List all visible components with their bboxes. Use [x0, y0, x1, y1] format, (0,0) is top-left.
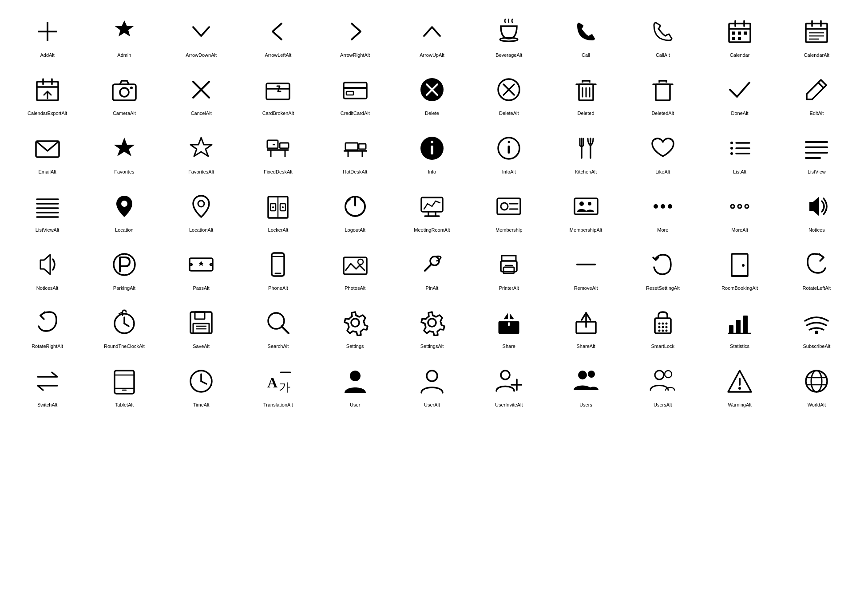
svg-line-47 [818, 83, 824, 88]
settings-alt-icon [416, 307, 448, 339]
list-view-alt-icon [32, 190, 63, 222]
icon-label: Call [582, 52, 590, 58]
icon-cell-hotdeskalt: HotDeskAlt [317, 126, 393, 179]
world-alt-icon [801, 365, 832, 397]
svg-rect-162 [743, 316, 748, 333]
icon-label: NoticesAlt [36, 285, 59, 291]
svg-point-110 [668, 204, 672, 209]
icon-cell-translationalt: A 가 TranslationAlt [240, 359, 317, 412]
icon-label: PrinterAlt [499, 285, 519, 291]
svg-rect-105 [575, 198, 598, 214]
icon-cell-pinalt: PinAlt [393, 242, 470, 296]
svg-point-132 [742, 264, 745, 267]
icon-label: RoundTheClockAlt [104, 343, 145, 349]
svg-point-26 [130, 87, 133, 89]
icon-cell-callalt: CallAlt [624, 9, 701, 63]
delete-alt-icon [493, 74, 525, 106]
icon-cell-listalt: ListAlt [701, 126, 778, 179]
icon-label: EditAlt [809, 110, 824, 116]
share-icon [493, 307, 525, 339]
pass-alt-icon [185, 249, 217, 280]
icon-label: ListView [808, 169, 826, 175]
icon-cell-searchalt: SearchAlt [240, 300, 317, 354]
icon-cell-subscribealt: SubscribeAlt [778, 300, 855, 354]
svg-point-111 [731, 205, 734, 208]
svg-point-180 [578, 371, 587, 379]
list-view-icon [801, 132, 832, 164]
icon-cell-lockeralt: LockerAlt [240, 184, 317, 237]
icon-cell-calendarexportalt: CalendarExportAlt [9, 67, 86, 121]
icon-cell-printeralt: PrinterAlt [471, 242, 547, 296]
icon-label: ArrowRightAlt [340, 52, 370, 58]
icon-label: Statistics [730, 343, 749, 349]
icon-label: Info [428, 169, 436, 175]
icon-label: LogoutAlt [345, 227, 365, 233]
icon-label: Settings [346, 343, 364, 349]
icon-label: UsersAlt [654, 402, 672, 408]
location-icon [108, 190, 140, 222]
svg-rect-9 [744, 32, 747, 35]
delete-icon [416, 74, 448, 106]
translation-alt-icon: A 가 [262, 365, 294, 397]
phone-alt-icon [262, 249, 294, 280]
icon-cell-tabletalt: TabletAlt [86, 359, 162, 412]
svg-rect-68 [508, 146, 510, 154]
hot-desk-alt-icon [339, 132, 371, 164]
list-alt-icon [724, 132, 756, 164]
icon-label: CallAlt [656, 52, 670, 58]
like-alt-icon [647, 132, 679, 164]
icon-cell-locationalt: LocationAlt [163, 184, 240, 237]
svg-rect-65 [431, 146, 433, 154]
icon-label: UserInviteAlt [495, 402, 523, 408]
icon-cell-favorites: Favorites [86, 126, 162, 179]
svg-point-177 [501, 371, 510, 379]
icon-label: MoreAlt [731, 227, 748, 233]
icon-cell-deletealt: DeleteAlt [471, 67, 547, 121]
svg-point-93 [272, 206, 274, 208]
icon-label: DeleteAlt [499, 110, 519, 116]
icon-cell-membership: Membership [471, 184, 547, 237]
icon-cell-share: Share [471, 300, 547, 354]
icon-cell-notices: Notices [778, 184, 855, 237]
icon-cell-cancelalt: CancelAlt [163, 67, 240, 121]
icon-cell-membershipalt: MembershipAlt [547, 184, 624, 237]
icon-label: RotateLeftAlt [803, 285, 831, 291]
admin-icon [108, 16, 140, 47]
svg-point-94 [282, 206, 284, 208]
icon-label: BeverageAlt [495, 52, 522, 58]
svg-point-176 [427, 371, 437, 381]
icon-label: WorldAlt [808, 402, 826, 408]
notices-icon [801, 190, 832, 222]
icon-label: DeletedAlt [651, 110, 674, 116]
room-booking-alt-icon [724, 249, 756, 280]
svg-point-158 [662, 330, 664, 332]
icon-cell-meetingroomalt: MeetingRoomAlt [393, 184, 470, 237]
icon-label: Share [503, 343, 515, 349]
svg-text:A: A [267, 375, 277, 391]
more-alt-icon [724, 190, 756, 222]
icon-label: Admin [117, 52, 131, 58]
icon-cell-arrowrightalt: ArrowRightAlt [317, 9, 393, 63]
icon-label: FixedDeskAlt [264, 169, 293, 175]
remove-alt-icon [570, 249, 602, 280]
svg-point-123 [358, 259, 363, 265]
user-icon [339, 365, 371, 397]
logout-alt-icon [339, 190, 371, 222]
svg-rect-45 [656, 84, 670, 100]
settings-icon [339, 307, 371, 339]
icon-label: ListViewAlt [36, 227, 59, 233]
rotate-right-alt-icon [32, 307, 63, 339]
icon-label: SaveAlt [193, 343, 210, 349]
icon-label: FavoritesAlt [188, 169, 214, 175]
search-alt-icon [262, 307, 294, 339]
svg-point-157 [658, 330, 660, 332]
icon-cell-photosalt: PhotosAlt [317, 242, 393, 296]
icon-cell-cameraalt: CameraAlt [86, 67, 162, 121]
svg-rect-59 [359, 144, 366, 149]
arrow-right-alt-icon [339, 16, 371, 47]
svg-point-154 [658, 326, 660, 328]
icon-label: Notices [809, 227, 825, 233]
users-alt-icon [647, 365, 679, 397]
user-invite-alt-icon [493, 365, 525, 397]
icon-cell-admin: Admin [86, 9, 162, 63]
